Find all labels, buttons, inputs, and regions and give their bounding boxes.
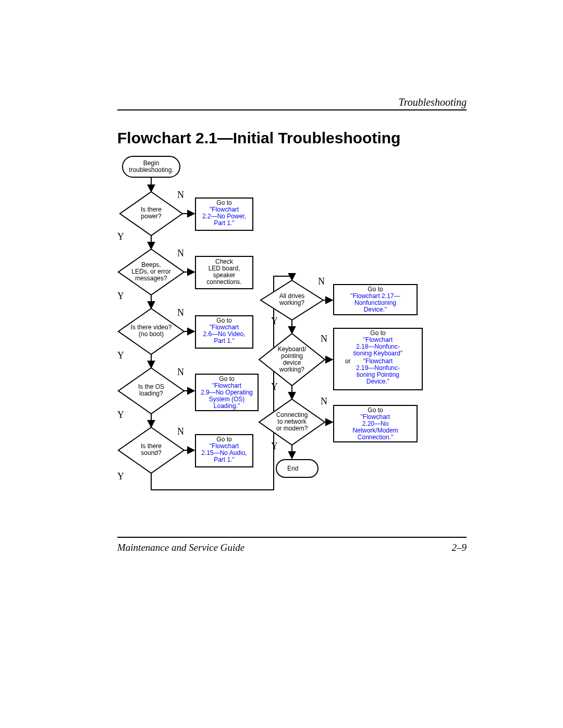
node-a-kbd: Go to "Flowchart2.18—Nonfunc-tioning Key… xyxy=(334,328,422,390)
label-n: N xyxy=(177,248,184,258)
label-n: N xyxy=(177,426,184,437)
label-n: N xyxy=(177,190,184,200)
a-net-pre: Go to xyxy=(368,406,383,414)
label-y: Y xyxy=(117,350,124,361)
q-kbd-text: Keyboard/pointingdeviceworking? xyxy=(278,346,307,373)
label-n: N xyxy=(318,276,325,287)
node-a-beeps: CheckLED board,speakerconnections. xyxy=(195,256,253,289)
node-a-net: Go to "Flowchart2.20—NoNetwork/ModemConn… xyxy=(334,405,417,442)
header-rule xyxy=(117,109,467,110)
label-y: Y xyxy=(117,410,124,420)
a-kbd-pre: Go to xyxy=(370,329,386,337)
label-n: N xyxy=(321,396,327,406)
a-kbd-mid: or xyxy=(345,357,351,365)
a-os-pre: Go to xyxy=(219,375,235,382)
node-end: End xyxy=(276,460,318,477)
footer-left: Maintenance and Service Guide xyxy=(117,542,244,553)
node-q-drives: All drivesworking? xyxy=(261,280,323,320)
label-n: N xyxy=(177,367,184,377)
node-start: Begintroubleshooting. xyxy=(123,156,180,177)
q-drives-text: All drivesworking? xyxy=(279,292,304,306)
a-sound-pre: Go to xyxy=(216,436,232,443)
node-a-drives: Go to "Flowchart 2.17—NonfunctioningDevi… xyxy=(334,285,417,315)
node-q-video: Is there video?(no boot) xyxy=(118,309,184,354)
q-net-text: Connectingto networkor modem? xyxy=(276,411,308,432)
node-a-os: Go to "Flowchart2.9—No OperatingSystem (… xyxy=(195,374,258,411)
node-a-video: Go to "Flowchart2.6—No Video,Part 1." xyxy=(195,316,253,348)
node-q-sound: Is theresound? xyxy=(118,427,184,473)
q-power-text: Is therepower? xyxy=(141,206,162,220)
node-q-kbd: Keyboard/pointingdeviceworking? xyxy=(259,334,325,386)
node-q-os: Is the OSloading? xyxy=(118,368,184,414)
a-video-pre: Go to xyxy=(216,317,232,324)
label-y: Y xyxy=(271,441,278,451)
node-q-net: Connectingto networkor modem? xyxy=(259,399,325,445)
footer-right: 2–9 xyxy=(452,542,467,553)
label-y: Y xyxy=(117,291,124,301)
a-drives-pre: Go to xyxy=(368,286,383,293)
flowchart: Begintroubleshooting. Is therepower? N G… xyxy=(117,156,467,521)
label-n: N xyxy=(321,334,327,344)
end-text: End xyxy=(287,465,298,472)
page-title: Flowchart 2.1—Initial Troubleshooting xyxy=(117,129,400,147)
node-q-power: Is therepower? xyxy=(120,192,182,236)
a-power-pre: Go to xyxy=(216,199,232,206)
label-y: Y xyxy=(117,471,124,482)
section-header: Troubleshooting xyxy=(399,96,467,108)
q-os-text: Is the OSloading? xyxy=(138,383,164,397)
label-y: Y xyxy=(271,316,278,326)
node-a-power: Go to "Flowchart2.2—No Power,Part 1." xyxy=(195,198,253,230)
node-a-sound: Go to "Flowchart2.15—No Audio,Part 1." xyxy=(195,435,253,467)
label-y: Y xyxy=(117,231,124,242)
q-sound-text: Is theresound? xyxy=(141,442,162,456)
label-y: Y xyxy=(271,381,278,392)
node-q-beeps: Beeps,LEDs, or errormessages? xyxy=(118,249,184,295)
label-n: N xyxy=(177,307,184,318)
footer-rule xyxy=(117,537,467,538)
